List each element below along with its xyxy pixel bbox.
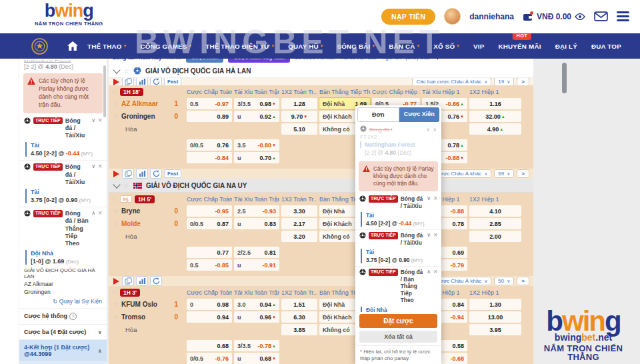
odds-cell[interactable]: 2.17 [281, 218, 317, 229]
close-icon[interactable]: × [433, 232, 437, 239]
nav-item-1[interactable]: CỔNG GAMES▾ [140, 43, 191, 50]
odds-cell[interactable]: 0/0.5-0.76 [187, 353, 232, 364]
odds-cell[interactable]: 0.5-0.97 [187, 98, 232, 109]
nav-item-3[interactable]: QUAY HŨ▾ [288, 43, 323, 50]
deposit-button[interactable]: NẠP TIỀN [381, 9, 435, 25]
system-bet-row[interactable]: Cược hệ thống? [19, 309, 107, 325]
close-icon[interactable]: × [433, 195, 437, 202]
chart-icon[interactable] [136, 169, 148, 179]
back-to-event-link[interactable]: ↻ Quay lại Sự Kiện [24, 298, 102, 305]
favorite-star-icon[interactable]: ☆ [113, 301, 119, 308]
chart-icon[interactable] [136, 276, 148, 286]
hours-filter[interactable]: 4 giờ tới [381, 59, 401, 61]
odds-cell[interactable]: 0/0.50.76 [187, 139, 232, 151]
odds-cell[interactable]: 3.85 [281, 324, 317, 335]
nav-item-5[interactable]: BẮN CÁ▾ [389, 43, 419, 50]
favorite-star-icon[interactable]: ☆ [123, 182, 129, 189]
betslip-scrollbar[interactable] [103, 65, 106, 117]
odds-cell[interactable]: 1.28 [281, 98, 317, 109]
odds-cell[interactable]: 2/2.50.81 [234, 247, 279, 258]
odds-cell[interactable]: 13.00 [469, 311, 521, 323]
tab-single[interactable]: Đơn [357, 107, 399, 122]
trophy-emblem-icon[interactable] [31, 37, 49, 55]
odds-cell[interactable]: 3/3.50.98▼ [234, 98, 279, 109]
chevron-down-icon[interactable]: ∨ [427, 232, 431, 239]
nav-item-9[interactable]: ĐẠI LÝ [555, 43, 577, 50]
odds-cell[interactable]: -0.84 [187, 152, 232, 163]
chevron-up-icon[interactable]: ∧ [91, 210, 95, 217]
odds-cell[interactable]: u0.70▲ [234, 152, 279, 163]
clear-all-button[interactable]: Xóa tất cả [359, 331, 437, 343]
chevron-down-icon[interactable]: ∨ [427, 195, 431, 202]
nav-item-8[interactable]: HOTKHUYẾN MÃI [499, 43, 541, 50]
chevron-down-icon[interactable]: ∨ [91, 163, 95, 170]
nav-item-4[interactable]: SÒNG BÀI▾ [337, 43, 375, 50]
odds-cell[interactable]: 3.20 [281, 231, 317, 242]
filter-all[interactable]: Tất cả [166, 59, 181, 61]
bets-per-board[interactable]: Số cược mỗi bàn [295, 59, 335, 61]
odds-cell[interactable]: 0.5-0.85 [187, 259, 232, 271]
nav-item-6[interactable]: XỔ SỐ▾ [433, 43, 459, 50]
favorite-star-icon[interactable]: ☆ [111, 195, 117, 203]
refresh-icon[interactable] [150, 169, 162, 179]
nav-item-2[interactable]: THỂ THAO ĐIỆN TỬ▾ [205, 43, 274, 50]
next-page-button[interactable]: > [517, 277, 529, 285]
favorite-star-icon[interactable]: ☆ [111, 88, 117, 95]
all-matches-filter[interactable]: Tất cả trận đấu [341, 59, 377, 61]
cards-icon[interactable] [122, 276, 134, 286]
treble-bet-row[interactable]: Cược ba (4 Đặt cược)∨ [19, 325, 107, 340]
close-icon[interactable]: × [98, 117, 102, 124]
next-page-button[interactable]: > [517, 78, 529, 85]
market-count-select[interactable]: 69 ∨ [494, 169, 514, 178]
odds-cell[interactable]: 0.68 [187, 340, 232, 351]
close-icon[interactable]: × [98, 163, 102, 170]
play-icon[interactable] [113, 277, 120, 285]
avatar[interactable] [444, 8, 461, 25]
nav-item-7[interactable]: VIP [473, 43, 484, 50]
chevron-down-icon[interactable]: ∨ [91, 117, 95, 124]
fast-market-button[interactable]: Fast [164, 78, 181, 85]
market-count-select[interactable]: 50 ∨ [494, 277, 514, 285]
favorite-star-icon[interactable]: ☆ [113, 313, 119, 321]
chevron-down-icon[interactable]: ∨ [426, 127, 430, 133]
chevron-up-icon[interactable]: ∧ [427, 269, 431, 275]
odds-cell[interactable]: u0.96▼ [234, 311, 279, 323]
odds-cell[interactable]: 5.10 [281, 123, 317, 135]
odds-cell[interactable]: 1.30 [469, 299, 521, 310]
tab-parlay[interactable]: Cược Xiên [399, 107, 440, 122]
odds-cell[interactable]: 3.30 [281, 205, 317, 217]
fast-market-button[interactable]: Fast [164, 169, 181, 178]
next-page-button[interactable]: > [517, 169, 529, 178]
place-bet-button[interactable]: Đặt cược [359, 314, 437, 328]
parlay-button[interactable]: Cược Xiên [186, 59, 224, 63]
odds-cell[interactable]: 6.30 [281, 311, 317, 323]
odds-cell[interactable]: 1.51 [281, 299, 317, 310]
chevron-down-icon[interactable] [113, 181, 120, 188]
play-icon[interactable] [113, 78, 120, 85]
market-count-select[interactable]: 19 ∨ [494, 78, 514, 85]
favorite-star-icon[interactable]: ☆ [123, 67, 129, 75]
odds-cell[interactable]: 4.90▲ [469, 123, 521, 135]
eye-icon[interactable] [575, 13, 585, 20]
refresh-icon[interactable] [150, 78, 162, 85]
odds-cell[interactable]: 0.89 [187, 111, 232, 122]
odds-cell[interactable]: 0/0.50.87 [187, 218, 232, 229]
odds-cell[interactable]: 2.85 [469, 218, 521, 229]
cards-icon[interactable] [122, 78, 134, 85]
mail-icon[interactable] [594, 11, 608, 21]
play-icon[interactable] [113, 169, 120, 178]
close-icon[interactable]: × [433, 269, 437, 275]
odds-cell[interactable]: 2.5-0.93 [234, 205, 279, 217]
favorite-star-icon[interactable]: ☆ [113, 100, 119, 107]
odds-cell[interactable]: u-0.91 [234, 259, 279, 271]
odds-cell[interactable]: 32.00▲ [469, 111, 521, 122]
nav-item-0[interactable]: THỂ THAO▾ [87, 43, 126, 50]
chevron-up-icon[interactable]: ∧ [433, 127, 437, 133]
chevron-down-icon[interactable] [113, 66, 120, 73]
odds-cell[interactable]: 0.77 [187, 247, 232, 258]
cards-icon[interactable] [122, 169, 134, 179]
odds-cell[interactable]: 0.94 [187, 311, 232, 323]
odds-cell[interactable]: 3.5-0.80▼ [234, 139, 279, 151]
other-bets-select[interactable]: Các loại cược Châu Á khác ∨ [412, 78, 491, 85]
lucky-parlay-button[interactable]: Cược Xiên May Mắn [228, 59, 290, 63]
